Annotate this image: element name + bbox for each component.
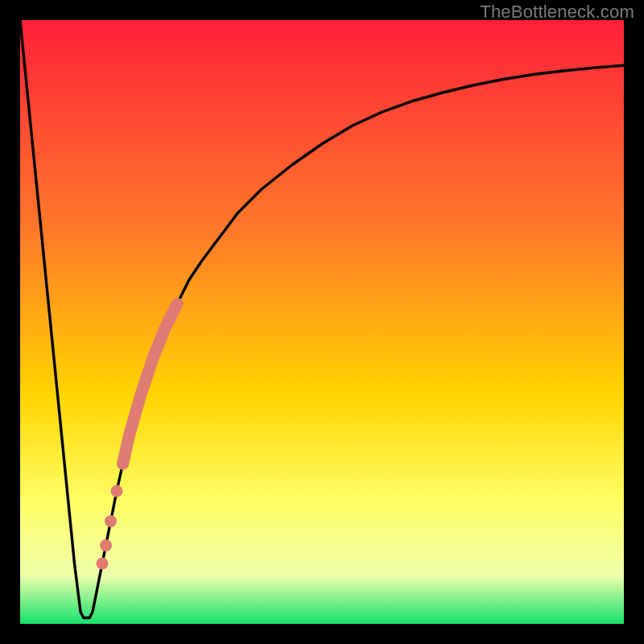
marker-dot	[100, 539, 112, 551]
marker-dot	[97, 558, 109, 570]
bottleneck-chart	[20, 20, 624, 624]
plot-area	[20, 20, 624, 624]
marker-dot	[105, 515, 117, 527]
marker-dot	[111, 485, 123, 497]
chart-frame: TheBottleneck.com	[0, 0, 644, 644]
gradient-background	[20, 20, 624, 624]
